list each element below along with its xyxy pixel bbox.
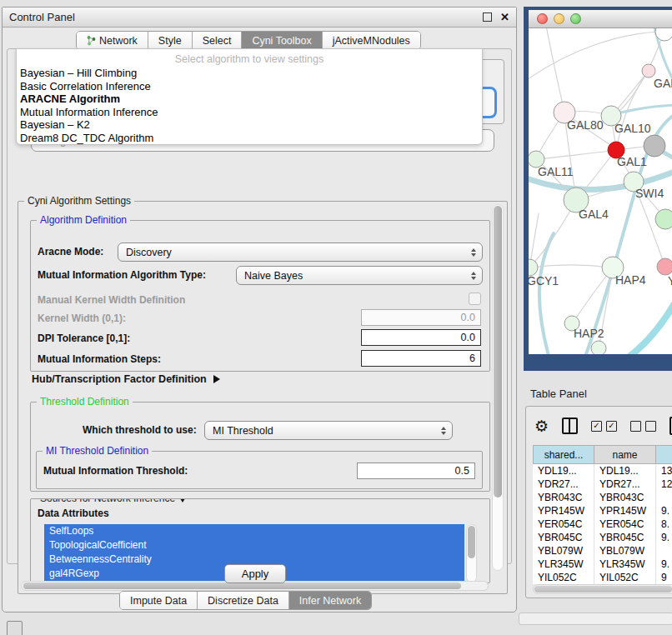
node-gal1-label: GAL1 [617,155,647,168]
column-header-a[interactable]: A [656,445,672,464]
table-cell: 8. [656,518,672,531]
scrollbar-thumb[interactable] [494,206,502,498]
column-header-shared[interactable]: shared... [533,445,594,464]
expand-right-icon [213,375,220,383]
node-green-right[interactable] [655,209,672,229]
attribute-item-selfloops[interactable]: SelfLoops [44,524,464,538]
mi-steps-field[interactable]: 6 [361,350,481,367]
table-cell: YIL052C [533,571,594,584]
node-unnamed-gray[interactable] [644,135,665,157]
table-row[interactable]: YBR043CYBR043C [533,491,672,504]
scrollbar-thumb[interactable] [468,526,475,558]
float-window-icon[interactable] [483,12,492,22]
tab-jactivemnodules[interactable]: jActiveMNodules [323,32,420,49]
table-row[interactable]: YLR345WYLR345W9. [533,558,672,571]
network-edge[interactable] [545,28,564,108]
attributes-list-scrollbar[interactable] [466,524,477,582]
network-edge[interactable] [530,213,539,265]
tab-impute-data[interactable]: Impute Data [120,592,198,609]
cyni-bottom-tabbar: Impute DataDiscretize DataInfer Network [119,591,372,610]
close-window-icon[interactable] [537,13,548,24]
close-panel-icon[interactable]: ✕ [500,11,509,23]
tab-label: Discretize Data [208,595,278,607]
deselect-all-columns-icon[interactable] [630,421,656,432]
dpi-tolerance-label: DPI Tolerance [0,1]: [38,332,130,344]
mi-type-combobox[interactable]: Naive Bayes [236,266,483,285]
algorithm-option-bayesian-k2[interactable]: Bayesian – K2 [17,118,482,132]
minimized-panel-icon[interactable] [7,621,23,635]
dpi-tolerance-field[interactable]: 0.0 [361,329,481,346]
network-edge[interactable] [614,71,649,112]
tab-style[interactable]: Style [148,32,193,49]
algorithm-option-basic-correlation-inference[interactable]: Basic Correlation Inference [17,80,482,93]
kernel-width-row: Kernel Width (0,1): 0.0 [31,309,489,329]
table-cell: YDR27... [533,478,594,491]
sources-title[interactable]: Sources for Network Inference [37,498,190,504]
node-gcy1[interactable] [529,259,538,276]
columns-icon[interactable] [562,418,578,434]
table-row[interactable]: YBL079WYBL079W [533,544,672,558]
table-horizontal-scrollbar[interactable] [533,584,672,594]
cyni-algorithm-settings-group: Cyni Algorithm Settings Algorithm Defini… [18,201,508,594]
scrollbar-thumb[interactable] [23,582,461,589]
mi-type-value: Naive Bayes [244,270,303,282]
node-gal80-label: GAL80 [567,118,604,132]
algorithm-definition-group: Algorithm Definition Aracne Mode: Discov… [30,220,490,372]
column-header-name[interactable]: name [594,445,656,464]
which-threshold-combobox[interactable]: MI Threshold [204,421,453,440]
hub-definition-expander[interactable]: Hub/Transcription Factor Definition [32,373,220,385]
control-panel-tabbar: NetworkStyleSelectCyni ToolboxjActiveMNo… [76,31,421,50]
kernel-width-label: Kernel Width (0,1): [38,312,126,324]
which-threshold-value: MI Threshold [213,425,273,437]
manual-kernel-checkbox[interactable] [469,292,481,305]
network-edge[interactable] [539,233,554,354]
algorithm-option-aracne-algorithm[interactable]: ARACNE Algorithm [17,92,482,106]
node-bottom-partial[interactable] [591,341,606,354]
dropdown-placeholder: Select algorithm to view settings [17,52,482,67]
table-row[interactable]: YER054CYER054C8. [533,518,672,531]
table-cell [656,491,672,504]
dock-bottom-strip [519,612,672,625]
tab-network[interactable]: Network [77,32,148,49]
minimize-window-icon[interactable] [554,13,564,24]
algorithm-option-mutual-information-inference[interactable]: Mutual Information Inference [17,106,482,119]
network-edge[interactable] [622,293,672,354]
network-edge[interactable] [537,151,613,159]
table-cell: YBR045C [594,531,656,544]
algorithm-option-bayesian-hill-climbing[interactable]: Bayesian – Hill Climbing [17,67,482,80]
table-cell: YER054C [533,518,594,531]
scrollbar-thumb[interactable] [534,586,672,592]
control-panel-titlebar: Control Panel ✕ [3,8,516,28]
tab-infer-network[interactable]: Infer Network [289,592,371,609]
algorithm-option-dream8-dc-tdc-algorithm[interactable]: Dream8 DC_TDC Algorithm [17,132,482,145]
table-row[interactable]: YPR145WYPR145W9. [533,504,672,518]
kernel-width-field[interactable]: 0.0 [361,309,481,326]
node-gal10-label: GAL10 [614,122,651,135]
node-gal-topright[interactable] [642,64,655,78]
select-all-columns-icon[interactable]: ✓✓ [591,421,617,432]
tab-select[interactable]: Select [193,32,243,49]
maximize-window-icon[interactable] [570,13,581,24]
node-hap4-label: HAP4 [615,273,646,287]
table-row[interactable]: YBR045CYBR045C9. [533,531,672,544]
network-canvas[interactable]: GALGAL80GAL10GAL1GAL11SWI4GAL4GCY1HAP4YH… [529,28,672,354]
table-row[interactable]: YDR27...YDR27...12 [533,478,672,491]
table-cell: YDR27... [594,478,656,491]
settings-vertical-scrollbar[interactable] [492,204,504,571]
aracne-mode-combobox[interactable]: Discovery [118,242,483,262]
table-panel-title: Table Panel [530,388,587,400]
network-icon [87,36,96,46]
table-row[interactable]: YDL19...YDL19...13 [533,464,672,478]
stepper-icon [471,267,476,284]
gear-icon[interactable]: ⚙ [534,418,549,434]
aracne-mode-label: Aracne Mode: [38,246,103,258]
network-window-titlebar[interactable] [529,10,672,28]
tab-discretize-data[interactable]: Discretize Data [198,592,289,609]
mi-threshold-field[interactable]: 0.5 [357,462,475,479]
node-pink-right[interactable] [657,258,672,275]
apply-button[interactable]: Apply [224,564,286,583]
tab-cyni-toolbox[interactable]: Cyni Toolbox [242,32,322,49]
attribute-item-topologicalcoefficient[interactable]: TopologicalCoefficient [44,538,464,552]
collapse-down-icon [178,498,187,502]
table-row[interactable]: YIL052CYIL052C9 [533,571,672,584]
